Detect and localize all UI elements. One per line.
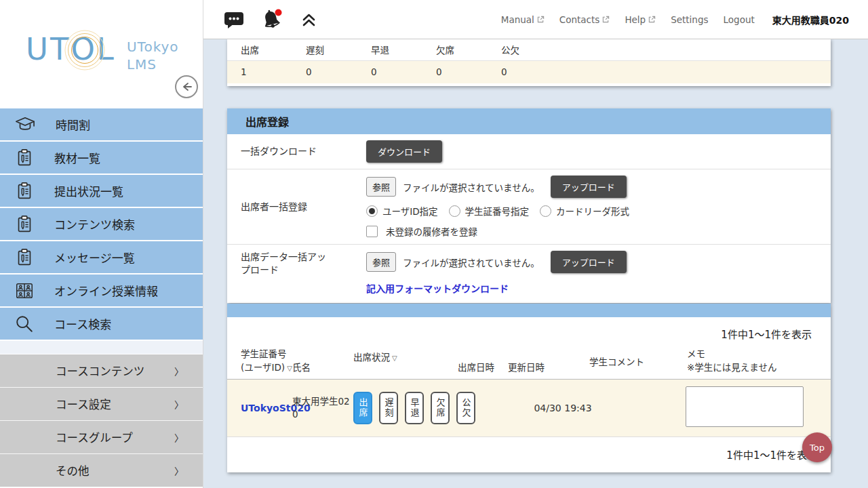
settings-link[interactable]: Settings bbox=[671, 14, 708, 25]
radio-label: ユーザID指定 bbox=[382, 204, 438, 218]
topbar: Manual Contacts Help Settings Logout 東大用… bbox=[203, 0, 868, 39]
sidebar-item-messages-list[interactable]: メッセージ一覧 bbox=[0, 241, 203, 274]
contacts-link-label: Contacts bbox=[559, 14, 600, 25]
radio-card-reader-format[interactable]: カードリーダ形式 bbox=[540, 204, 629, 218]
sidebar-item-label: コンテンツ検索 bbox=[54, 216, 135, 232]
external-link-icon bbox=[602, 16, 610, 23]
radio-student-card-number[interactable]: 学生証番号指定 bbox=[449, 204, 530, 218]
checkbox-icon[interactable] bbox=[366, 226, 378, 237]
browse-button[interactable]: 参照 bbox=[366, 177, 396, 197]
header-student-id[interactable]: 学生証番号 (ユーザID)▽ bbox=[227, 348, 292, 374]
sidebar-item-materials-list[interactable]: 教材一覧 bbox=[0, 142, 203, 175]
sidebar-item-course-group[interactable]: コースグループ 〉 bbox=[0, 421, 203, 454]
logout-link[interactable]: Logout bbox=[724, 14, 755, 25]
student-row: UTokyoSt020 東大用学生020 出席 遅刻 早退 欠席 公欠 04/3… bbox=[227, 380, 831, 437]
status-button-group: 出席 遅刻 早退 欠席 公欠 bbox=[353, 392, 485, 424]
summary-value-early-leave: 0 bbox=[357, 66, 422, 77]
sidebar-item-label: コースコンテンツ bbox=[56, 363, 144, 379]
bulk-download-label: 一括ダウンロード bbox=[227, 145, 366, 158]
sidebar-item-label: メッセージ一覧 bbox=[54, 249, 135, 266]
header-memo: メモ ※学生には見えません bbox=[687, 348, 831, 374]
checkbox-label: 未登録の履修者を登録 bbox=[386, 224, 477, 238]
sidebar-item-label: 提出状況一覧 bbox=[54, 182, 123, 199]
sidebar-item-course-search[interactable]: コース検索 bbox=[0, 308, 203, 341]
status-button-present[interactable]: 出席 bbox=[353, 392, 372, 424]
data-file-line: 参照 ファイルが選択されていません。 アップロード bbox=[366, 251, 627, 273]
radio-icon bbox=[449, 205, 460, 217]
radio-icon bbox=[366, 205, 378, 217]
sidebar-item-label: コース設定 bbox=[56, 396, 111, 412]
magnifier-icon bbox=[14, 314, 35, 334]
sidebar-collapse-button[interactable] bbox=[175, 75, 198, 98]
summary-value-present: 1 bbox=[227, 66, 292, 77]
status-button-absent[interactable]: 欠席 bbox=[431, 392, 450, 424]
sidebar-item-label: オンライン授業情報 bbox=[54, 282, 158, 299]
clipboard-icon bbox=[14, 214, 35, 235]
collapse-up-icon[interactable] bbox=[301, 12, 317, 27]
memo-textarea[interactable] bbox=[686, 386, 804, 427]
scroll-to-top-button[interactable]: Top bbox=[802, 432, 832, 462]
student-id-link[interactable]: UTokyoSt020 bbox=[227, 403, 292, 413]
sidebar-item-contents-search[interactable]: コンテンツ検索 bbox=[0, 208, 203, 241]
logout-link-label: Logout bbox=[724, 14, 755, 25]
bell-icon[interactable] bbox=[260, 8, 285, 31]
browse-button[interactable]: 参照 bbox=[366, 252, 396, 272]
upload-button[interactable]: アップロード bbox=[551, 176, 627, 198]
chat-icon[interactable] bbox=[224, 10, 244, 29]
status-button-early-leave[interactable]: 早退 bbox=[405, 392, 424, 424]
student-name: 東大用学生020 bbox=[292, 395, 353, 422]
sort-icon[interactable]: ▽ bbox=[392, 354, 397, 362]
header-status[interactable]: 出席状況▽ bbox=[353, 351, 458, 365]
chevron-right-icon: 〉 bbox=[174, 397, 184, 411]
sidebar-item-label: コース検索 bbox=[54, 315, 111, 332]
no-file-text: ファイルが選択されていません。 bbox=[403, 256, 540, 269]
summary-header-absent: 欠席 bbox=[422, 43, 488, 56]
chevron-right-icon: 〉 bbox=[174, 364, 184, 378]
format-download-link[interactable]: 記入用フォーマットダウンロード bbox=[366, 281, 627, 295]
manual-link[interactable]: Manual bbox=[501, 14, 545, 25]
clipboard-icon bbox=[14, 247, 35, 268]
chevron-right-icon: 〉 bbox=[174, 430, 184, 444]
result-count-top: 1件中1〜1件を表示 bbox=[227, 317, 831, 348]
sidebar-item-course-settings[interactable]: コース設定 〉 bbox=[0, 388, 203, 421]
sidebar-item-online-class-info[interactable]: オンライン授業情報 bbox=[0, 274, 203, 308]
utol-logo-tagline: UTokyo LMS bbox=[127, 38, 179, 73]
sidebar-item-submission-status-list[interactable]: 提出状況一覧 bbox=[0, 175, 203, 208]
contacts-link[interactable]: Contacts bbox=[559, 14, 610, 25]
radio-user-id[interactable]: ユーザID指定 bbox=[366, 204, 438, 218]
radio-label: カードリーダ形式 bbox=[556, 204, 629, 218]
summary-header-early-leave: 早退 bbox=[357, 43, 422, 56]
attendee-file-line: 参照 ファイルが選択されていません。 アップロード bbox=[366, 176, 640, 198]
register-unregistered-checkbox-row: 未登録の履修者を登録 bbox=[366, 224, 640, 238]
bulk-download-row: 一括ダウンロード ダウンロード bbox=[227, 134, 831, 169]
panel-title: 出席登録 bbox=[227, 108, 831, 134]
logo-area: UTOL UTokyo LMS bbox=[0, 0, 203, 108]
logo-ring-icon bbox=[65, 30, 105, 70]
arrow-left-icon bbox=[180, 81, 193, 93]
upload-button[interactable]: アップロード bbox=[551, 251, 627, 273]
screen: UTOL UTokyo LMS 時間割 bbox=[0, 0, 868, 488]
status-button-late[interactable]: 遅刻 bbox=[379, 392, 398, 424]
sidebar-item-course-contents[interactable]: コースコンテンツ 〉 bbox=[0, 354, 203, 388]
sidebar-item-label: その他 bbox=[56, 462, 90, 479]
data-bulk-upload-row: 出席データ一括アップロード 参照 ファイルが選択されていません。 アップロード … bbox=[227, 245, 831, 303]
sort-icon[interactable]: ▽ bbox=[287, 365, 292, 372]
attendance-datetime: 04/30 19:43 bbox=[485, 403, 641, 413]
no-file-text: ファイルが選択されていません。 bbox=[403, 180, 540, 194]
header-memo-line2: ※学生には見えません bbox=[687, 361, 831, 375]
download-button[interactable]: ダウンロード bbox=[366, 140, 442, 163]
sidebar-item-timetable[interactable]: 時間割 bbox=[0, 108, 203, 142]
logo-ring-icon bbox=[68, 33, 102, 67]
external-link-icon bbox=[537, 16, 545, 23]
summary-value-row: 1 0 0 0 0 bbox=[227, 61, 831, 83]
sidebar-menu: 時間割 教材一覧 提出状況一覧 bbox=[0, 108, 203, 341]
status-button-excused[interactable]: 公欠 bbox=[456, 392, 475, 424]
sidebar-item-others[interactable]: その他 〉 bbox=[0, 454, 203, 487]
help-link[interactable]: Help bbox=[625, 14, 656, 25]
summary-header-excused: 公欠 bbox=[488, 43, 553, 56]
summary-value-absent: 0 bbox=[422, 66, 488, 77]
summary-header-row: 出席 遅刻 早退 欠席 公欠 bbox=[227, 39, 831, 61]
sidebar-item-label: 時間割 bbox=[56, 116, 90, 133]
header-student-id-line1: 学生証番号 bbox=[241, 348, 287, 359]
sidebar: UTOL UTokyo LMS 時間割 bbox=[0, 0, 203, 488]
